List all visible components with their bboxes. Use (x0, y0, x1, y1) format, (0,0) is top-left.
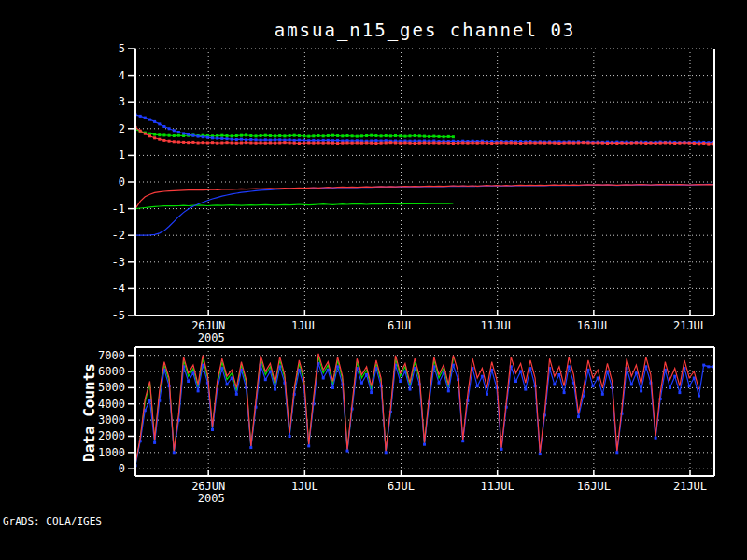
x-tick-label: 26JUN (191, 480, 225, 493)
y-tick-label: 0 (119, 462, 125, 475)
y-tick-label: 5 (119, 42, 125, 55)
x-tick-label: 11JUL (481, 480, 514, 493)
y-tick-label: 5000 (98, 381, 125, 394)
x-tick-year-label: 2005 (198, 492, 225, 505)
grads-attribution: GrADS: COLA/IGES (3, 515, 102, 527)
y-tick-label: 0 (119, 175, 125, 189)
y-axis-label-data-counts: Data Counts (80, 333, 101, 492)
bottom-panel: 7000600050004000300020001000026JUN20051J… (98, 347, 714, 505)
grads-plot-window: amsua_n15_ges channel 03 543210-1-2-3-4-… (0, 0, 747, 560)
x-tick-label: 21JUL (673, 319, 707, 332)
markers-std-blue (134, 113, 715, 144)
y-tick-label: 6000 (98, 365, 125, 378)
markers-counts-blue (134, 362, 715, 467)
y-tick-label: -5 (112, 309, 125, 322)
x-tick-label: 11JUL (481, 319, 514, 332)
y-tick-label: 1000 (98, 446, 125, 459)
x-tick-label: 21JUL (673, 480, 707, 493)
series-bias-blue (135, 184, 713, 235)
y-tick-label: 7000 (98, 349, 125, 362)
x-tick-label: 16JUL (577, 480, 611, 493)
series-bias-green (135, 203, 453, 209)
top-panel: 543210-1-2-3-4-526JUN20051JUL6JUL11JUL16… (112, 42, 715, 344)
x-tick-label: 26JUN (191, 319, 225, 332)
y-tick-label: -1 (112, 203, 125, 216)
x-tick-label: 16JUL (577, 319, 611, 332)
y-tick-label: 2000 (98, 429, 125, 442)
chart-canvas: 543210-1-2-3-4-526JUN20051JUL6JUL11JUL16… (0, 0, 747, 560)
x-tick-label: 6JUL (388, 480, 415, 493)
y-tick-label: 3000 (98, 413, 125, 427)
y-tick-label: -2 (112, 229, 125, 242)
x-tick-label: 6JUL (388, 319, 415, 332)
y-tick-label: 4 (119, 69, 125, 82)
y-tick-label: 4000 (98, 398, 125, 411)
x-tick-label: 1JUL (291, 319, 318, 332)
y-tick-label: 3 (119, 95, 125, 108)
y-tick-label: -4 (112, 282, 125, 295)
y-tick-label: -3 (112, 256, 125, 269)
y-tick-label: 2 (119, 122, 125, 135)
x-tick-label: 1JUL (291, 480, 318, 493)
x-tick-year-label: 2005 (198, 331, 225, 344)
y-tick-label: 1 (119, 148, 125, 161)
series-counts-blue (135, 363, 713, 465)
